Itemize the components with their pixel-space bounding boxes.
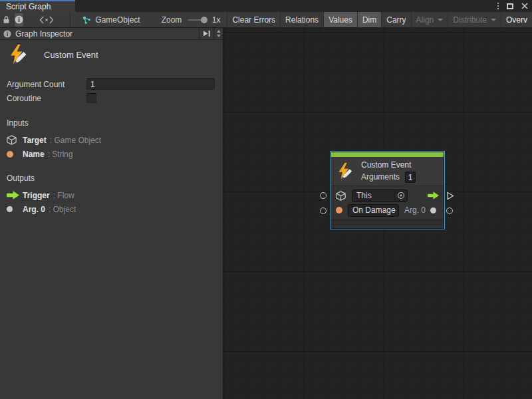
unit-settings: Argument Count Coroutine xyxy=(0,72,223,110)
dock-panel-icon[interactable] xyxy=(199,28,213,40)
lock-icon[interactable] xyxy=(3,13,10,27)
flow-arrow-icon xyxy=(7,191,23,200)
port-row-target: Target : Game Object xyxy=(0,133,223,147)
dim-button[interactable]: Dim xyxy=(357,12,381,28)
input-port-name[interactable] xyxy=(320,207,327,214)
port-name: Name xyxy=(23,150,45,159)
custom-event-icon xyxy=(8,44,29,65)
gray-value-dot-icon xyxy=(7,206,23,212)
gray-value-dot-icon xyxy=(430,207,436,213)
arguments-label: Arguments xyxy=(361,172,400,182)
event-name-input[interactable]: On Damage xyxy=(348,204,399,217)
carry-button[interactable]: Carry xyxy=(381,12,410,28)
window-tab-bar: Script Graph xyxy=(0,0,532,12)
coroutine-checkbox[interactable] xyxy=(86,93,96,103)
unit-title: Custom Event xyxy=(44,50,98,60)
scroll-down-icon[interactable] xyxy=(217,35,221,37)
selected-unit-header: Custom Event xyxy=(0,40,223,71)
node-frame[interactable]: Custom Event Arguments 1 This xyxy=(331,152,444,229)
panel-scroll-spinner[interactable] xyxy=(213,28,223,40)
graph-canvas[interactable]: Custom Event Arguments 1 This xyxy=(223,28,532,399)
script-graph-icon xyxy=(82,15,91,25)
output-port-arg0[interactable] xyxy=(446,207,453,214)
node-body: This xyxy=(331,186,444,219)
tab-label: Script Graph xyxy=(6,2,51,11)
port-row-trigger: Trigger : Flow xyxy=(0,188,223,202)
node-row-name: On Damage Arg. 0 xyxy=(331,203,444,217)
port-type: : Game Object xyxy=(50,136,101,145)
cube-icon xyxy=(336,191,346,201)
argument-count-label: Argument Count xyxy=(7,80,86,89)
flow-arrow-icon xyxy=(428,192,439,200)
port-row-name: Name : String xyxy=(0,147,223,161)
argument-count-row: Argument Count xyxy=(0,77,223,91)
node-title: Custom Event xyxy=(361,160,416,170)
argument-count-input[interactable] xyxy=(86,78,215,90)
outputs-section: Outputs Trigger : Flow Arg. 0 : Object xyxy=(0,166,223,221)
zoom-value: 1x xyxy=(212,15,221,25)
distribute-label: Distribute xyxy=(453,15,487,25)
input-port-target[interactable] xyxy=(320,192,327,199)
custom-event-node[interactable]: Custom Event Arguments 1 This xyxy=(331,152,444,229)
scroll-up-icon[interactable] xyxy=(217,30,221,33)
window-controls xyxy=(497,2,528,10)
node-header[interactable]: Custom Event Arguments 1 xyxy=(331,157,444,186)
overview-button[interactable]: Overv xyxy=(501,12,532,28)
arg0-label: Arg. 0 xyxy=(404,205,426,215)
close-icon[interactable] xyxy=(521,3,528,9)
toolbar-buttons: Clear Errors Relations Values Dim Carry … xyxy=(227,12,532,28)
node-row-target: This xyxy=(331,188,444,203)
node-footer xyxy=(331,219,444,226)
node-arguments-row: Arguments 1 xyxy=(361,172,416,183)
align-dropdown[interactable]: Align xyxy=(411,12,448,28)
graph-inspector-title: Graph Inspector xyxy=(15,29,199,39)
object-picker-icon[interactable] xyxy=(394,190,407,201)
inputs-section: Inputs Target : Game Object Name : Strin… xyxy=(0,111,223,166)
node-titles: Custom Event Arguments 1 xyxy=(361,160,416,183)
port-name: Trigger xyxy=(23,191,50,200)
zoom-slider-handle[interactable] xyxy=(201,17,207,23)
coroutine-label: Coroutine xyxy=(7,94,86,103)
gameobject-label: GameObject xyxy=(95,15,140,25)
window-menu-icon[interactable] xyxy=(497,3,499,9)
graph-toolbar: GameObject Zoom 1x Clear Errors Relation… xyxy=(0,12,532,28)
port-type: : Object xyxy=(49,205,76,214)
tab-script-graph[interactable]: Script Graph xyxy=(0,0,75,12)
node-accent-bar xyxy=(331,152,444,157)
graph-inspector-panel: Graph Inspector Custom Event Argument Co… xyxy=(0,28,223,399)
chevron-down-icon xyxy=(438,19,443,21)
target-object-dropdown[interactable]: This xyxy=(352,190,408,202)
inputs-title: Inputs xyxy=(0,116,223,133)
info-toggle-button[interactable] xyxy=(15,13,23,27)
zoom-slider[interactable] xyxy=(188,19,207,21)
align-label: Align xyxy=(416,15,434,25)
section-divider xyxy=(0,221,223,221)
outputs-title: Outputs xyxy=(0,172,223,188)
target-value: This xyxy=(352,191,394,200)
chevron-down-icon xyxy=(491,19,496,21)
port-name: Arg. 0 xyxy=(23,205,45,214)
distribute-dropdown[interactable]: Distribute xyxy=(448,12,501,28)
relations-button[interactable]: Relations xyxy=(280,12,323,28)
edit-script-icon[interactable] xyxy=(39,13,54,27)
port-type: : Flow xyxy=(53,191,74,200)
orange-value-dot-icon xyxy=(336,207,342,213)
custom-event-icon xyxy=(336,162,354,180)
orange-value-dot-icon xyxy=(7,151,23,158)
port-type: : String xyxy=(48,150,73,159)
gameobject-breadcrumb[interactable]: GameObject xyxy=(82,15,140,25)
maximize-icon[interactable] xyxy=(507,3,513,9)
graph-inspector-header[interactable]: Graph Inspector xyxy=(0,28,223,40)
cube-icon xyxy=(7,135,23,145)
coroutine-row: Coroutine xyxy=(0,91,223,105)
port-row-arg0: Arg. 0 : Object xyxy=(0,202,223,216)
info-icon xyxy=(3,30,11,38)
zoom-label: Zoom xyxy=(162,15,182,25)
port-name: Target xyxy=(23,136,47,145)
clear-errors-button[interactable]: Clear Errors xyxy=(227,12,280,28)
values-button[interactable]: Values xyxy=(323,12,357,28)
output-port-trigger[interactable] xyxy=(447,192,454,202)
info-icon xyxy=(15,15,23,24)
arguments-count-input[interactable]: 1 xyxy=(405,172,416,183)
